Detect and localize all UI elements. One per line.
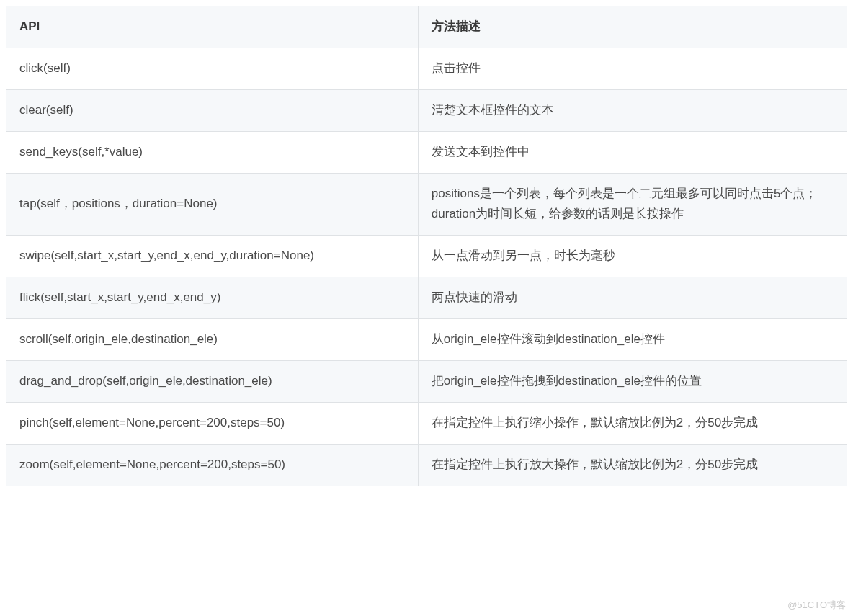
cell-desc: positions是一个列表，每个列表是一个二元组最多可以同时点击5个点；dur… [418, 173, 847, 236]
cell-desc: 把origin_ele控件拖拽到destination_ele控件的位置 [418, 361, 847, 403]
cell-api: pinch(self,element=None,percent=200,step… [6, 402, 419, 444]
cell-desc: 在指定控件上执行放大操作，默认缩放比例为2，分50步完成 [418, 444, 847, 486]
cell-desc: 在指定控件上执行缩小操作，默认缩放比例为2，分50步完成 [418, 402, 847, 444]
cell-api: swipe(self,start_x,start_y,end_x,end_y,d… [6, 236, 419, 277]
api-table-container: API 方法描述 click(self) 点击控件 clear(self) 清楚… [6, 6, 847, 486]
cell-desc: 发送文本到控件中 [418, 131, 847, 173]
cell-api: send_keys(self,*value) [6, 131, 419, 173]
api-table: API 方法描述 click(self) 点击控件 clear(self) 清楚… [6, 6, 847, 486]
cell-api: zoom(self,element=None,percent=200,steps… [6, 444, 419, 486]
table-header-row: API 方法描述 [6, 6, 847, 48]
table-row: scroll(self,origin_ele,destination_ele) … [6, 319, 847, 361]
cell-api: click(self) [6, 48, 419, 89]
table-row: clear(self) 清楚文本框控件的文本 [6, 89, 847, 131]
cell-api: tap(self，positions，duration=None) [6, 173, 419, 236]
table-row: pinch(self,element=None,percent=200,step… [6, 402, 847, 444]
cell-api: scroll(self,origin_ele,destination_ele) [6, 319, 419, 361]
table-row: tap(self，positions，duration=None) positi… [6, 173, 847, 236]
cell-desc: 两点快速的滑动 [418, 277, 847, 319]
table-row: drag_and_drop(self,origin_ele,destinatio… [6, 361, 847, 403]
table-row: flick(self,start_x,start_y,end_x,end_y) … [6, 277, 847, 319]
table-row: swipe(self,start_x,start_y,end_x,end_y,d… [6, 236, 847, 277]
cell-api: drag_and_drop(self,origin_ele,destinatio… [6, 361, 419, 403]
cell-desc: 点击控件 [418, 48, 847, 89]
header-desc: 方法描述 [418, 6, 847, 48]
table-row: send_keys(self,*value) 发送文本到控件中 [6, 131, 847, 173]
cell-desc: 清楚文本框控件的文本 [418, 89, 847, 131]
table-row: click(self) 点击控件 [6, 48, 847, 89]
cell-desc: 从一点滑动到另一点，时长为毫秒 [418, 236, 847, 277]
cell-desc: 从origin_ele控件滚动到destination_ele控件 [418, 319, 847, 361]
table-row: zoom(self,element=None,percent=200,steps… [6, 444, 847, 486]
watermark-text: @51CTO博客 [787, 599, 846, 612]
cell-api: clear(self) [6, 89, 419, 131]
header-api: API [6, 6, 419, 48]
cell-api: flick(self,start_x,start_y,end_x,end_y) [6, 277, 419, 319]
